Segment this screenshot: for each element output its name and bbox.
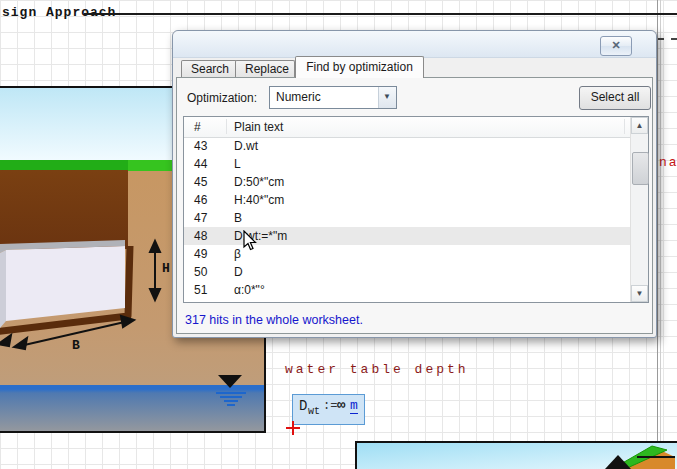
column-separator bbox=[624, 119, 625, 134]
row-number: 44 bbox=[194, 155, 207, 173]
scrollbar-down-icon[interactable]: ▼ bbox=[631, 285, 648, 302]
row-number: 48 bbox=[194, 227, 207, 245]
table-row[interactable]: 47B bbox=[184, 209, 632, 227]
table-row[interactable]: 44L bbox=[184, 155, 632, 173]
heading-rule-line bbox=[84, 13, 677, 15]
page-margin-line bbox=[657, 0, 658, 469]
scrollbar-up-icon[interactable]: ▲ bbox=[631, 117, 648, 134]
find-dialog: ✕ Search Replace Find by optimization Op… bbox=[172, 30, 657, 338]
row-number: 51 bbox=[194, 281, 207, 299]
region-assign-operator: := bbox=[323, 399, 337, 413]
row-text: D bbox=[234, 263, 243, 281]
dropdown-value: Numeric bbox=[276, 90, 321, 104]
row-text: B bbox=[234, 209, 242, 227]
row-number: 46 bbox=[194, 191, 207, 209]
row-number: 45 bbox=[194, 173, 207, 191]
results-list: # Plain text 43D.wt44L45D:50*"cm46H:40*"… bbox=[183, 116, 649, 303]
row-text: β bbox=[234, 245, 241, 263]
row-text: D:50*"cm bbox=[234, 173, 284, 191]
region-variable: D bbox=[299, 398, 307, 414]
chevron-down-icon: ▼ bbox=[383, 92, 391, 101]
tab-replace[interactable]: Replace bbox=[235, 60, 295, 78]
row-number: 50 bbox=[194, 263, 207, 281]
crosshair-icon bbox=[286, 421, 300, 435]
reference-line bbox=[637, 456, 675, 458]
b-dimension-label: B bbox=[72, 338, 80, 353]
row-number: 47 bbox=[194, 209, 207, 227]
dialog-titlebar[interactable]: ✕ bbox=[173, 31, 656, 58]
dropdown-arrow-box[interactable]: ▼ bbox=[378, 87, 396, 108]
table-row[interactable]: 52β bbox=[184, 299, 632, 302]
mouse-cursor-icon bbox=[243, 230, 257, 251]
dashed-separator bbox=[658, 38, 677, 40]
row-text: D.wt bbox=[234, 137, 258, 155]
table-row[interactable]: 43D.wt bbox=[184, 137, 632, 155]
row-number: 52 bbox=[194, 299, 207, 302]
list-rows: 43D.wt44L45D:50*"cm46H:40*"cm47B48D.wt:=… bbox=[184, 137, 632, 302]
slope-shapes bbox=[357, 443, 675, 469]
region-subscript: wt bbox=[308, 406, 320, 417]
optimization-dropdown[interactable]: Numeric ▼ bbox=[269, 86, 397, 109]
select-all-button[interactable]: Select all bbox=[579, 86, 651, 110]
math-region-dwt[interactable]: D wt := ∞ m bbox=[292, 394, 365, 425]
row-text: L bbox=[234, 155, 241, 173]
clipped-margin-text: na bbox=[659, 155, 677, 170]
table-row[interactable]: 46H:40*"cm bbox=[184, 191, 632, 209]
row-text: D.wt:=*"m bbox=[234, 227, 287, 245]
water-level-icon bbox=[218, 375, 242, 388]
vertical-scrollbar[interactable]: ▲ ▼ bbox=[630, 117, 648, 302]
table-row[interactable]: 51α:0*"° bbox=[184, 281, 632, 299]
row-number: 49 bbox=[194, 245, 207, 263]
water-ripples bbox=[216, 393, 246, 405]
tab-search[interactable]: Search bbox=[181, 60, 237, 78]
close-icon[interactable]: ✕ bbox=[600, 36, 632, 56]
optimization-label: Optimization: bbox=[187, 91, 257, 105]
column-separator bbox=[226, 119, 227, 134]
slope-illustration bbox=[355, 441, 677, 469]
row-text: H:40*"cm bbox=[234, 191, 284, 209]
status-text: 317 hits in the whole worksheet. bbox=[185, 313, 363, 327]
list-header[interactable]: # Plain text bbox=[184, 117, 632, 138]
column-header-number[interactable]: # bbox=[194, 120, 201, 134]
row-text: α:0*"° bbox=[234, 281, 265, 299]
scrollbar-thumb[interactable] bbox=[632, 152, 649, 185]
page-margin-line-shadow bbox=[660, 0, 661, 469]
table-row[interactable]: 45D:50*"cm bbox=[184, 173, 632, 191]
column-header-plaintext[interactable]: Plain text bbox=[234, 120, 283, 134]
row-number: 43 bbox=[194, 137, 207, 155]
footing-side-face bbox=[0, 250, 6, 328]
h-dimension-arrow bbox=[150, 241, 160, 300]
tab-find-by-optimization[interactable]: Find by optimization bbox=[295, 56, 424, 78]
row-text: β bbox=[234, 299, 241, 302]
table-row[interactable]: 50D bbox=[184, 263, 632, 281]
region-unit: m bbox=[350, 398, 358, 414]
footing-front-face bbox=[6, 246, 125, 321]
h-dimension-label: H bbox=[162, 261, 170, 276]
water-table-depth-label: water table depth bbox=[285, 362, 469, 377]
region-value: ∞ bbox=[337, 397, 345, 413]
